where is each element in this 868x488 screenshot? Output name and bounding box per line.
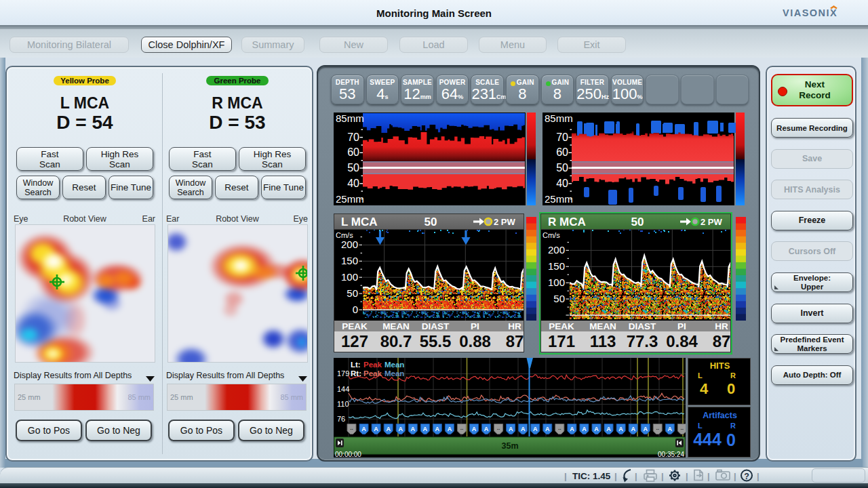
svg-text:|: | (635, 471, 637, 481)
svg-text:00:00:00: 00:00:00 (335, 451, 361, 458)
svg-text:A: A (545, 426, 550, 432)
svg-text:150: 150 (341, 255, 358, 266)
svg-text:113: 113 (590, 332, 616, 350)
svg-text:A: A (423, 426, 428, 432)
svg-text:A: A (398, 426, 403, 432)
svg-text:144: 144 (337, 385, 349, 393)
svg-text:..: .. (497, 425, 500, 431)
svg-text:70: 70 (347, 131, 359, 143)
svg-text:A: A (411, 426, 416, 432)
svg-text:110: 110 (337, 400, 349, 408)
svg-text:85mm: 85mm (545, 113, 573, 124)
svg-text:100: 100 (341, 271, 358, 283)
svg-text:A: A (472, 426, 477, 432)
svg-text:A: A (668, 426, 673, 432)
svg-text:55.5: 55.5 (420, 332, 452, 350)
svg-text:Mean: Mean (384, 361, 404, 369)
svg-text:PI: PI (471, 321, 479, 331)
svg-text:A: A (533, 426, 538, 432)
svg-text:77.3: 77.3 (627, 332, 658, 350)
svg-text:50: 50 (556, 162, 568, 174)
svg-text:DIAST: DIAST (629, 321, 656, 331)
svg-text:85mm: 85mm (336, 113, 364, 124)
svg-text:Lt:: Lt: (351, 361, 361, 369)
svg-text:..: .. (350, 425, 353, 431)
svg-text:50: 50 (425, 216, 437, 228)
svg-text:25mm: 25mm (545, 193, 573, 205)
svg-text:127: 127 (341, 332, 368, 350)
svg-text:HR: HR (715, 321, 728, 331)
svg-text:80.7: 80.7 (380, 332, 412, 350)
svg-text:40: 40 (347, 178, 359, 189)
svg-text:40: 40 (556, 178, 568, 189)
svg-text:76: 76 (337, 415, 345, 423)
svg-text:DIAST: DIAST (422, 321, 450, 331)
svg-text:A: A (361, 426, 366, 432)
svg-text:A: A (618, 426, 623, 432)
svg-text:50: 50 (553, 293, 565, 304)
svg-text:60: 60 (347, 146, 359, 158)
svg-text:A: A (606, 426, 611, 432)
svg-text:R MCA: R MCA (548, 216, 586, 228)
svg-text:50: 50 (347, 287, 358, 299)
svg-text:..: .. (681, 425, 684, 431)
svg-text:L MCA: L MCA (341, 216, 378, 228)
svg-text:MEAN: MEAN (589, 321, 616, 331)
svg-text:|: | (734, 471, 736, 481)
svg-text:Cm/s: Cm/s (542, 231, 560, 239)
svg-text:|: | (686, 471, 688, 481)
svg-text:..: .. (656, 425, 659, 431)
svg-text:|: | (707, 471, 710, 481)
svg-text:A: A (594, 426, 599, 432)
svg-text:50: 50 (631, 216, 644, 228)
svg-text:Mean: Mean (384, 369, 404, 378)
svg-text:|: | (757, 471, 760, 481)
svg-text:MEAN: MEAN (382, 321, 410, 331)
svg-text:87: 87 (713, 332, 731, 350)
svg-text:A: A (374, 426, 378, 432)
svg-text:TIC: 1.45: TIC: 1.45 (572, 471, 611, 481)
svg-text:A: A (582, 426, 587, 432)
svg-text:70: 70 (556, 131, 568, 143)
svg-text:A: A (386, 426, 391, 432)
svg-text:50: 50 (347, 162, 359, 174)
svg-text:..: .. (460, 425, 463, 431)
svg-text:200: 200 (341, 239, 358, 250)
svg-text:0.84: 0.84 (666, 332, 698, 350)
svg-text:A: A (509, 426, 513, 432)
svg-text:A: A (448, 426, 452, 432)
svg-text:A: A (643, 426, 648, 432)
svg-text:PEAK: PEAK (342, 321, 368, 331)
svg-text:00:35:24: 00:35:24 (658, 451, 684, 458)
svg-text:200: 200 (548, 244, 565, 256)
svg-text:2 PW: 2 PW (701, 217, 723, 227)
svg-text:100: 100 (548, 277, 565, 288)
svg-text:179: 179 (337, 369, 349, 378)
svg-text:87: 87 (506, 332, 524, 350)
svg-text:A: A (484, 426, 489, 432)
svg-text:60: 60 (556, 146, 568, 158)
svg-text:A: A (631, 426, 635, 432)
svg-text:Peak: Peak (363, 369, 382, 378)
svg-text:25mm: 25mm (336, 193, 364, 205)
svg-text:A: A (435, 426, 440, 432)
svg-text:2 PW: 2 PW (494, 217, 516, 227)
svg-text:35m: 35m (501, 441, 518, 451)
svg-text:A: A (521, 426, 526, 432)
svg-text:..: .. (558, 425, 561, 431)
svg-text:150: 150 (548, 260, 565, 272)
svg-text:?: ? (744, 471, 749, 481)
svg-text:VIASONIX: VIASONIX (783, 7, 837, 18)
svg-text:A: A (570, 426, 574, 432)
svg-text:|: | (614, 471, 617, 481)
svg-text:PEAK: PEAK (549, 321, 574, 331)
svg-text:0: 0 (353, 304, 358, 315)
svg-text:|: | (564, 471, 567, 481)
svg-text:Rt:: Rt: (351, 369, 361, 378)
svg-text:PI: PI (677, 321, 686, 331)
svg-text:0.88: 0.88 (459, 332, 491, 350)
svg-text:|: | (661, 471, 664, 481)
svg-text:171: 171 (548, 332, 575, 350)
svg-text:HR: HR (508, 321, 521, 331)
svg-text:Peak: Peak (363, 361, 382, 369)
